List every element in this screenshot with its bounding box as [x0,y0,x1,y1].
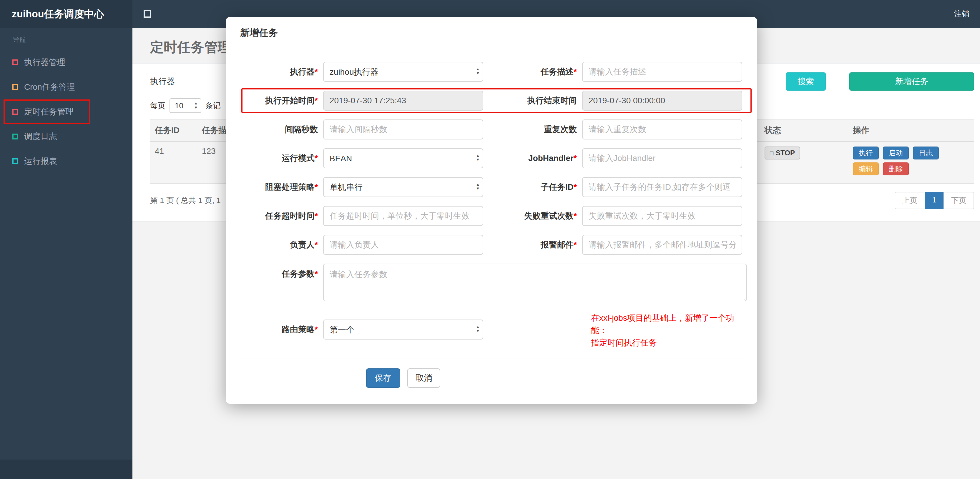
interval-input[interactable] [323,119,483,140]
repeat-count-label: 重复次数 [483,124,582,135]
job-params-label: 任务参数* [235,268,323,280]
nav-section-label: 导航 [0,28,132,50]
col-header-status: 状态 [760,119,848,142]
per-page-select[interactable]: 10 [170,98,201,113]
route-note-line2: 指定时间执行任务 [591,337,748,349]
route-strategy-select[interactable]: 第一个 [323,320,483,339]
timeout-label: 任务超时时间* [235,210,323,221]
route-note-line1: 在xxl-jobs项目的基础上，新增了一个功能： [591,312,748,337]
sidebar-item-label: 调度日志 [24,131,57,142]
sidebar-item-label: 运行报表 [24,156,57,167]
search-button[interactable]: 搜索 [786,72,826,91]
modal-body: 执行器* zuihou执行器 任务描述* 执行开始时间* 执行 [226,48,757,349]
child-jobid-input[interactable] [582,177,742,197]
modal-footer: 保存 取消 [235,358,748,404]
route-note: 在xxl-jobs项目的基础上，新增了一个功能： 指定时间执行任务 [591,312,748,349]
sidebar-item-label: Cron任务管理 [24,81,75,93]
per-page-suffix-label: 条记 [205,100,221,111]
pagination-summary: 第 1 页 ( 总共 1 页, 1 [150,195,221,206]
per-page-select-wrap: 10 [170,98,201,113]
sidebar-item-dispatch-log[interactable]: 调度日志 [0,124,132,149]
owner-label: 负责人* [235,239,323,250]
start-button[interactable]: 启动 [883,146,909,159]
sidebar-item-scheduled-jobs[interactable]: 定时任务管理 [0,99,132,124]
cell-actions: 执行 启动 日志 编辑 删除 [848,142,974,183]
form-row: 任务超时时间* 失败重试次数* [235,206,748,226]
form-row: 执行器* zuihou执行器 任务描述* [235,62,748,82]
retry-count-label: 失败重试次数* [483,210,582,221]
interval-label: 间隔秒数 [235,124,323,135]
child-jobid-label: 子任务ID* [483,181,582,193]
square-icon [12,59,18,65]
jobhandler-input[interactable] [582,148,742,168]
sidebar-item-label: 定时任务管理 [24,106,73,118]
app-root: zuihou任务调度中心 注销 导航 执行器管理 Cron任务管理 定时任务管理… [0,0,980,479]
form-row-exec-time: 执行开始时间* 执行结束时间 [235,91,748,111]
job-params-textarea[interactable] [323,264,747,301]
square-icon [12,158,18,164]
form-row-route: 路由策略* 第一个 在xxl-jobs项目的基础上，新增了一个功能： 指定时间执… [235,310,748,349]
route-strategy-label: 路由策略* [235,324,323,335]
executor-select[interactable]: zuihou执行器 [323,62,483,82]
add-job-button[interactable]: 新增任务 [850,72,974,91]
sidebar-minimize-icon[interactable] [144,10,151,18]
execute-button[interactable]: 执行 [853,146,879,159]
status-badge: □ STOP [765,146,800,159]
alarm-email-input[interactable] [582,235,742,255]
next-page-button[interactable]: 下页 [943,192,974,209]
retry-count-input[interactable] [582,206,742,226]
repeat-count-input[interactable] [582,119,742,140]
job-desc-input[interactable] [582,62,742,82]
status-text: STOP [776,149,795,157]
brand-title[interactable]: zuihou任务调度中心 [0,0,132,28]
run-mode-label: 运行模式* [235,153,323,164]
square-icon [12,109,18,115]
cell-job-id: 41 [150,142,197,183]
executor-filter-label: 执行器 [150,76,175,87]
logout-link[interactable]: 注销 [954,9,969,19]
jobhandler-label: JobHandler* [483,154,582,163]
modal-title: 新增任务 [226,17,757,48]
sidebar: 导航 执行器管理 Cron任务管理 定时任务管理 调度日志 运行报表 [0,28,132,479]
stop-icon: □ [770,150,773,156]
end-time-label: 执行结束时间 [483,95,582,106]
alarm-email-label: 报警邮件* [483,239,582,250]
add-job-modal: 新增任务 执行器* zuihou执行器 任务描述* 执行开始时间* [226,17,757,404]
sidebar-item-label: 执行器管理 [24,57,65,68]
end-time-input[interactable] [582,91,742,111]
start-time-label: 执行开始时间* [235,95,323,106]
page-1-button[interactable]: 1 [925,192,944,209]
start-time-input[interactable] [323,91,483,111]
prev-page-button[interactable]: 上页 [895,192,925,209]
pagination: 上页 1 下页 [895,192,974,209]
block-strategy-label: 阻塞处理策略* [235,181,323,193]
log-button[interactable]: 日志 [913,146,939,159]
per-page-prefix-label: 每页 [150,100,165,111]
delete-button[interactable]: 删除 [883,162,909,175]
form-row-params: 任务参数* [235,264,748,301]
executor-label: 执行器* [235,66,323,77]
sidebar-item-run-report[interactable]: 运行报表 [0,149,132,173]
job-desc-label: 任务描述* [483,66,582,77]
owner-input[interactable] [323,235,483,255]
col-header-action: 操作 [848,119,974,142]
timeout-input[interactable] [323,206,483,226]
form-row: 运行模式* BEAN JobHandler* [235,148,748,168]
block-strategy-select[interactable]: 单机串行 [323,177,483,197]
cancel-button[interactable]: 取消 [407,368,440,388]
sidebar-item-executor-manage[interactable]: 执行器管理 [0,50,132,75]
form-row: 负责人* 报警邮件* [235,235,748,255]
sidebar-footer [0,460,132,479]
square-icon [12,84,18,90]
run-mode-select[interactable]: BEAN [323,148,483,168]
edit-button[interactable]: 编辑 [853,162,879,175]
square-icon [12,134,18,140]
cell-status: □ STOP [760,142,848,183]
form-row: 阻塞处理策略* 单机串行 子任务ID* [235,177,748,197]
col-header-job-id: 任务ID [150,119,197,142]
form-row: 间隔秒数 重复次数 [235,119,748,140]
save-button[interactable]: 保存 [366,368,400,388]
sidebar-item-cron-jobs[interactable]: Cron任务管理 [0,75,132,99]
